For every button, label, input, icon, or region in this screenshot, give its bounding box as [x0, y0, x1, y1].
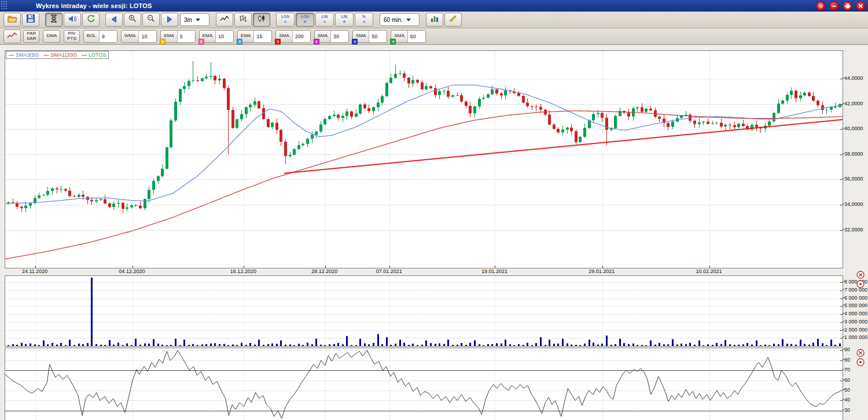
refresh-button[interactable]: [82, 13, 100, 27]
indicator-button-sma-200[interactable]: SMA2001: [275, 30, 310, 43]
close-window-button[interactable]: [856, 1, 866, 11]
axis-tick-label: 40,0000: [844, 126, 863, 131]
window-controls: [816, 1, 866, 11]
line-chart-type-button[interactable]: [216, 13, 233, 27]
scale-button-top-label: LIN: [341, 15, 347, 19]
legend-label: LOTOS: [89, 52, 106, 58]
price-chart-canvas[interactable]: [5, 50, 843, 268]
legend-label: SMA1(200): [51, 52, 78, 58]
ohlc-chart-type-button[interactable]: [234, 13, 252, 27]
indicator-label: WMA: [122, 31, 139, 42]
candlestick-chart-type-button[interactable]: [253, 13, 270, 27]
indicator-button-ema-15[interactable]: EMA153: [237, 30, 272, 43]
trend-line-icon: [7, 31, 17, 42]
titlebar-grip-icon: [1, 1, 7, 10]
indicator-label: PIVPTS: [64, 31, 79, 42]
printer-icon: [845, 3, 851, 9]
scroll-forward-button[interactable]: [161, 13, 178, 27]
trend-tool-button[interactable]: [3, 30, 21, 43]
indicator-button-par-sar[interactable]: PARSAR: [23, 30, 39, 43]
auto-refresh-button[interactable]: [45, 13, 62, 27]
sound-button[interactable]: [64, 13, 81, 27]
close-icon: [858, 3, 863, 9]
rsi-pane-settings-button[interactable]: [856, 358, 865, 366]
indicator-value[interactable]: 10: [215, 31, 233, 42]
date-axis-label: 07.01.2021: [370, 268, 407, 274]
scale-button-pct-eq[interactable]: %=: [355, 13, 373, 27]
indicator-value[interactable]: 9: [99, 31, 117, 42]
interval-select[interactable]: 60 min.: [380, 13, 420, 26]
save-button[interactable]: [22, 13, 39, 27]
zoom-in-button[interactable]: [124, 13, 141, 27]
axis-tick-label: 36,0000: [844, 176, 863, 182]
style-palette-button[interactable]: [426, 13, 443, 27]
indicator-button-ema-5[interactable]: EMA51: [160, 30, 195, 43]
indicator-value[interactable]: 10: [138, 31, 156, 42]
axis-tick-label: 70: [844, 367, 850, 373]
edit-button[interactable]: [444, 13, 462, 27]
indicator-value[interactable]: 30: [330, 31, 348, 42]
indicator-button-piv-pts[interactable]: PIVPTS: [64, 30, 80, 43]
axis-tick-label: 42,0000: [844, 101, 863, 106]
close-rsi-pane-button[interactable]: [856, 349, 865, 357]
date-axis-label: 24.11.2020: [16, 268, 53, 274]
indicator-slot-badge: 3: [237, 39, 242, 45]
ohlc-chart-icon: [239, 14, 247, 25]
rsi-chart-canvas[interactable]: [5, 348, 843, 420]
hourglass-icon: [50, 14, 57, 25]
close-volume-pane-button[interactable]: [856, 271, 865, 279]
indicator-button-wma-10[interactable]: WMA10: [121, 30, 157, 43]
refresh-icon: [87, 14, 95, 25]
minimize-button[interactable]: [829, 1, 839, 11]
scale-button-log-neq[interactable]: LOG≠: [296, 13, 314, 27]
axis-tick-label: 34,0000: [844, 201, 863, 207]
axis-tick-label: 60: [844, 377, 850, 383]
range-select[interactable]: 3m: [180, 13, 209, 26]
application-window: Wykres intraday - wiele sesji: LOTOS: [0, 0, 868, 420]
indicator-button-sma-50[interactable]: SMA503: [352, 30, 387, 43]
scroll-back-button[interactable]: [105, 13, 123, 27]
volume-pane-settings-button[interactable]: [856, 280, 865, 288]
indicator-slot-badge: 3: [352, 39, 358, 45]
date-axis-label: 28.12.2020: [306, 268, 343, 274]
indicator-button-sma-60[interactable]: SMA604: [391, 30, 425, 43]
indicator-slot-badge: 2: [314, 39, 319, 45]
axis-tick-label: 50: [844, 387, 850, 393]
scale-button-top-label: %: [362, 15, 366, 19]
line-chart-icon: [220, 14, 229, 25]
axis-tick-label: 5 000 000: [844, 303, 867, 308]
scale-button-log-eq[interactable]: LOG=: [276, 13, 295, 27]
date-axis-label: 10.02.2021: [690, 268, 727, 274]
rsi-pane-controls: [856, 349, 865, 366]
main-toolbar: 3m LOG=LOG≠LIN=LIN≠%= 60 min.: [0, 12, 868, 28]
axis-tick-label: 3 000 000: [844, 319, 867, 325]
scale-button-top-label: LOG: [281, 15, 289, 19]
indicator-button-bol-9[interactable]: BOL9: [83, 30, 117, 43]
indicator-value[interactable]: 15: [253, 31, 271, 42]
volume-chart-canvas[interactable]: [5, 275, 843, 347]
sound-icon: [68, 14, 76, 25]
indicator-value[interactable]: 200: [292, 31, 310, 42]
indicator-value[interactable]: 50: [369, 31, 387, 42]
print-button[interactable]: [843, 1, 852, 11]
scale-button-bottom-label: ≠: [304, 20, 306, 24]
date-axis-label: 29.01.2021: [583, 268, 620, 274]
indicator-value[interactable]: 5: [177, 31, 195, 42]
axis-tick-label: 2 000 000: [844, 327, 867, 333]
indicator-value[interactable]: 60: [407, 31, 425, 42]
date-axis-label: 19.01.2021: [476, 268, 513, 274]
open-button[interactable]: [3, 13, 21, 27]
scale-button-lin-neq[interactable]: LIN≠: [335, 13, 354, 27]
date-axis-label: 16.12.2020: [225, 268, 262, 274]
axis-tick-label: 40: [844, 397, 850, 403]
settings-button[interactable]: [816, 1, 826, 11]
indicator-button-ema-10[interactable]: EMA102: [199, 30, 234, 43]
scale-button-lin-eq[interactable]: LIN=: [315, 13, 334, 27]
indicator-button-dma[interactable]: DMA: [43, 30, 60, 43]
zoom-out-button[interactable]: [142, 13, 160, 27]
scale-button-bottom-label: =: [363, 20, 366, 24]
window-titlebar[interactable]: Wykres intraday - wiele sesji: LOTOS: [0, 0, 868, 12]
indicator-slot-badge: 1: [275, 39, 281, 45]
indicator-button-sma-30[interactable]: SMA302: [314, 30, 349, 43]
axis-tick-label: 30: [844, 407, 850, 413]
